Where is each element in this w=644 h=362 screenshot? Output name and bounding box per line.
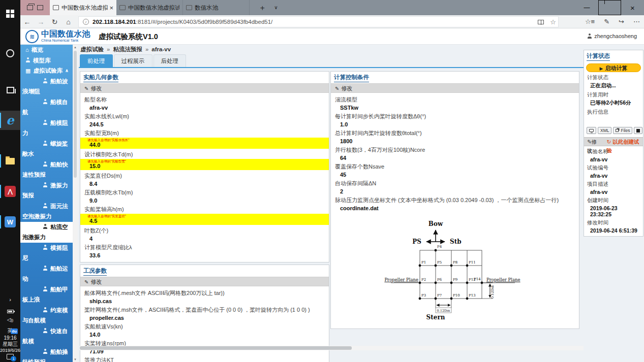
action-center-icon[interactable]: 1 (0, 354, 20, 361)
tab-list-dropdown-icon[interactable]: ∨ (270, 0, 282, 15)
monitor-point (450, 265, 453, 267)
sidebar-item[interactable]: 快速自航模 (20, 326, 73, 347)
share-icon[interactable]: ↪ (619, 18, 624, 25)
refresh-icon[interactable]: ↻ (48, 18, 62, 26)
sidebar-item[interactable]: 面元法空泡激振力 (20, 201, 73, 222)
field-label: 创建时间 (587, 197, 640, 204)
sidebar-item[interactable]: 船舶运动 (20, 264, 73, 284)
model-icon (43, 78, 48, 83)
tray-expand-icon[interactable]: › (0, 297, 20, 303)
monitor-point-label: P1 (421, 260, 426, 265)
sidebar-item[interactable]: ⌂概览 (20, 45, 73, 55)
browser-tab[interactable]: 中国数值水池虚拟试验系× (50, 0, 116, 15)
stop-button[interactable] (634, 127, 642, 134)
set-tabs-aside-icon[interactable] (37, 5, 43, 10)
model-icon (43, 286, 48, 291)
more-options-icon[interactable]: ⋯ (633, 18, 640, 25)
hub-favorites-icon[interactable]: ☆≡ (585, 18, 595, 25)
field-value: 9.0 (89, 198, 325, 204)
condition-panel-title[interactable]: 工况参数 (83, 267, 107, 276)
breadcrumb-item[interactable]: afra-vv (151, 46, 171, 52)
file-explorer-icon[interactable] (0, 152, 20, 170)
user-menu[interactable]: zhengchaosheng (587, 33, 637, 39)
cortana-icon[interactable] (0, 45, 20, 62)
model-icon (43, 141, 48, 146)
cnt-logo: ≋ (25, 30, 39, 43)
geometry-panel-title[interactable]: 实船几何参数 (83, 74, 118, 82)
volume-icon[interactable]: ◁)) (0, 317, 20, 322)
control-edit-button[interactable]: ✎修改 (331, 83, 579, 93)
start-button-icon[interactable] (0, 5, 20, 22)
sidebar-item[interactable]: 激振力预报 (20, 180, 73, 201)
sidebar-nav: ⌂概览模型库▦虚拟试验库∧船舶波浪增阻船模自航船模阻力螺旋桨敞水船舶快速性预报激… (20, 45, 73, 362)
sidebar-item[interactable]: ▦虚拟试验库∧ (20, 65, 73, 76)
console-button[interactable] (587, 127, 596, 134)
monitor-point (466, 298, 469, 300)
sidebar-item[interactable]: 约束模与自航模 (20, 305, 73, 326)
field-label: 湍流模型 (335, 96, 575, 104)
sidebar-item[interactable]: 船舶波浪增阻 (20, 76, 73, 97)
breadcrumb-item[interactable]: 虚拟试验 (80, 46, 104, 52)
stop-icon (636, 129, 640, 133)
breadcrumb-item[interactable]: 粘流法预报 (113, 46, 142, 52)
ime-badge[interactable]: du (8, 327, 20, 334)
geometry-edit-button[interactable]: ✎修改 (80, 83, 329, 93)
tab-inactive[interactable]: 后处理 (154, 54, 187, 67)
w-app-icon[interactable]: W (0, 213, 20, 231)
start-computation-button[interactable]: ▶启动计算 (586, 63, 641, 72)
annotate-pen-icon[interactable]: ✎ (604, 18, 609, 25)
reading-view-icon[interactable] (538, 20, 544, 24)
battery-icon[interactable] (0, 308, 20, 315)
sidebar-item[interactable]: 船舶甲板上浪 (20, 284, 73, 305)
sidebar-item[interactable]: 横摇阻尼 (20, 243, 73, 264)
site-info-icon[interactable]: i (83, 19, 89, 25)
tab-active[interactable]: 前处理 (80, 54, 113, 67)
field-label: 实桨直径Ds(m) (84, 172, 325, 180)
monitor-point (419, 282, 421, 284)
browser-tab[interactable]: 中国数值水池虚拟试验系统 (116, 0, 183, 15)
edit-icon: ✎ (587, 139, 592, 145)
xml-button[interactable]: XML (598, 127, 611, 134)
adobe-reader-icon[interactable]: ⋀ (0, 183, 20, 200)
sidebar-item[interactable]: 船舶快速性预报 (20, 159, 73, 180)
condition-edit-button[interactable]: ✎修改 (80, 277, 329, 286)
edge-browser-icon[interactable]: e (0, 111, 20, 130)
chevron-up-icon: ∧ (65, 65, 69, 76)
taskbar-clock[interactable]: 19:16 星期三 2019/6/26 (0, 335, 20, 353)
browser-tab[interactable]: 数值水池 (183, 0, 250, 15)
tab-title: 中国数值水池虚拟试验系统 (128, 4, 179, 12)
forward-icon[interactable]: → (34, 18, 48, 26)
tab-inactive[interactable]: 过程展示 (114, 54, 152, 67)
sidebar-scrollbar[interactable]: ▲▼ (73, 45, 78, 362)
back-icon[interactable]: ← (20, 18, 34, 26)
horizontal-scrollbar[interactable] (80, 346, 584, 350)
home-icon[interactable]: ⌂ (62, 18, 75, 26)
files-button[interactable]: Files (613, 127, 632, 134)
task-view-icon[interactable] (0, 81, 20, 98)
sidebar-item[interactable]: 船模阻力 (20, 118, 73, 139)
create-from-this-button[interactable]: ↻ 以此创建试验 (607, 138, 643, 146)
condition-fields: 船体网格文件(.mesh文件 ASCII码(网格数200万以上 tar))shi… (80, 286, 329, 362)
field-label: 实船水线长Lwl(m) (84, 113, 325, 120)
model-icon (43, 328, 48, 333)
sidebar-item[interactable]: 船模自航 (20, 97, 73, 118)
tab-preview-icon[interactable] (27, 5, 33, 10)
model-icon (43, 307, 48, 312)
sidebar-item[interactable]: 螺旋桨敞水 (20, 139, 73, 159)
experiment-edit-button[interactable]: ✎修改 (587, 138, 602, 146)
field-label: 船型名称 (84, 96, 325, 104)
address-field[interactable]: i 202.118.184.201:8181/#/projects/K0403/… (78, 16, 559, 27)
field-value: SSTkw (340, 105, 575, 111)
sidebar-item[interactable]: 船舶操纵性预报 (20, 347, 73, 362)
control-panel-title[interactable]: 计算控制条件 (334, 74, 369, 82)
sidebar-item[interactable]: 粘流空泡激振力 (20, 222, 73, 243)
maximize-button[interactable] (598, 0, 621, 15)
window-controls: — × (575, 0, 644, 15)
favorite-star-icon[interactable]: ☆ (550, 18, 556, 26)
sidebar-item[interactable]: 模型库 (20, 55, 73, 66)
new-tab-button[interactable]: ＋ (255, 0, 269, 15)
tab-close-icon[interactable]: × (109, 4, 113, 12)
close-button[interactable]: × (621, 0, 644, 15)
monitor-point-label: P5 (437, 260, 442, 265)
minimize-button[interactable]: — (575, 0, 598, 15)
